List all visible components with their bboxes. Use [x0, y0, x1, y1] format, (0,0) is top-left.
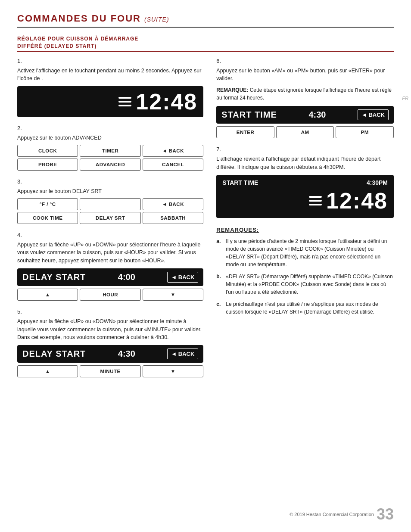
page-title-sub: (SUITE)	[144, 16, 169, 23]
fr-tag: FR	[399, 95, 411, 102]
delay-back-4: ◄ BACK	[167, 272, 198, 283]
empty-button	[80, 198, 140, 210]
step-7-clock: 12:48	[326, 188, 388, 214]
remark-c: c. Le préchauffage n'est pas utilisé / n…	[216, 300, 394, 316]
step-3: 3. Appuyez sur le bouton DELAY SRT °F / …	[17, 178, 203, 224]
remark-b-text: «DELAY SRT» (Démarrage Différé) supplant…	[226, 273, 394, 296]
step-7-num: 7.	[216, 146, 394, 152]
note-label: REMARQUE:	[216, 87, 248, 93]
cook-time-button[interactable]: COOK TIME	[17, 212, 78, 224]
left-column: 1. Activez l'affichage en le touchant pe…	[17, 58, 203, 386]
step-1-text: Activez l'affichage en le touchant penda…	[17, 67, 203, 83]
main-content: 1. Activez l'affichage en le touchant pe…	[17, 58, 394, 386]
advanced-button[interactable]: ADVANCED	[80, 159, 140, 171]
back-button-2[interactable]: ◄ BACK	[143, 198, 203, 210]
timer-button[interactable]: TIMER	[80, 145, 140, 157]
remark-b-letter: b.	[216, 273, 222, 296]
step-2-text: Appuyez sur le bouton ADVANCED	[17, 134, 203, 142]
remark-a-letter: a.	[216, 237, 222, 268]
delay-srt-button[interactable]: DELAY SRT	[80, 212, 140, 224]
start-time-value: 4:30PM	[367, 179, 388, 186]
delay-back-5: ◄ BACK	[167, 348, 198, 359]
remarks-section: REMARQUES: a. Il y a une période d'atten…	[216, 227, 394, 316]
hamburger-icon	[118, 97, 131, 106]
step-6-control-buttons: ENTER AM PM	[216, 126, 394, 138]
enter-button[interactable]: ENTER	[216, 126, 274, 138]
step-4-display: DELAY START 4:00 ◄ BACK	[17, 268, 203, 286]
start-time-6: 4:30	[308, 110, 326, 120]
step-4-num: 4.	[17, 232, 203, 238]
delay-time-4: 4:00	[118, 272, 135, 282]
delay-time-5: 4:30	[118, 349, 135, 359]
start-label-6: START TIME	[221, 110, 277, 120]
step-5-num: 5.	[17, 308, 203, 315]
step-2-num: 2.	[17, 125, 203, 131]
page-footer: © 2019 Hestan Commercial Corporation 33	[290, 505, 394, 523]
step-5-display: DELAY START 4:30 ◄ BACK	[17, 345, 203, 363]
sabbath-button[interactable]: SABBATH	[143, 212, 203, 224]
up-arrow-button-5[interactable]: ▲	[17, 365, 78, 377]
step-4: 4. Appuyez sur la flèche «UP» ou «DOWN» …	[17, 232, 203, 301]
page-title-main: COMMANDES DU FOUR	[17, 13, 141, 24]
delay-label-5: DELAY START	[22, 349, 86, 359]
step-6: 6. Appuyez sur le bouton «AM» ou «PM» bu…	[216, 58, 394, 139]
step-5-text: Appuyez sur la flèche «UP» ou «DOWN» pou…	[17, 317, 203, 342]
hamburger-icon-2	[309, 196, 322, 205]
am-button[interactable]: AM	[276, 126, 334, 138]
note: REMARQUE: Cette étape est ignorée lorsqu…	[216, 86, 394, 102]
step-6-num: 6.	[216, 58, 394, 64]
step-3-text: Appuyez sur le bouton DELAY SRT	[17, 187, 203, 196]
clock-button[interactable]: CLOCK	[17, 145, 78, 157]
up-arrow-button-4[interactable]: ▲	[17, 289, 78, 301]
page-number: 33	[377, 505, 394, 523]
step-5-control-buttons: ▲ MINUTE ▼	[17, 365, 203, 377]
start-time-label: START TIME	[222, 179, 258, 186]
remark-b: b. «DELAY SRT» (Démarrage Différé) suppl…	[216, 273, 394, 296]
step-6-display: START TIME 4:30 ◄ BACK	[216, 106, 394, 124]
step-3-num: 3.	[17, 178, 203, 185]
remark-a-text: Il y a une période d'attente de 2 minute…	[226, 237, 394, 268]
section-heading: RÉGLAGE POUR CUISSON À DÉMARRAGE DIFFÉRÉ…	[17, 35, 394, 52]
step-7-display: START TIME 4:30PM 12:48	[216, 175, 394, 218]
back-button-1[interactable]: ◄ BACK	[143, 145, 203, 157]
step-2: 2. Appuyez sur le bouton ADVANCED CLOCK …	[17, 125, 203, 171]
step-6-text: Appuyez sur le bouton «AM» ou «PM» butto…	[216, 67, 394, 83]
step-5: 5. Appuyez sur la flèche «UP» ou «DOWN» …	[17, 308, 203, 377]
step-4-control-buttons: ▲ HOUR ▼	[17, 289, 203, 301]
copyright: © 2019 Hestan Commercial Corporation	[290, 512, 374, 517]
step-1-display: 12:48	[17, 86, 203, 117]
hour-button[interactable]: HOUR	[80, 289, 140, 301]
step-2-buttons: CLOCK TIMER ◄ BACK PROBE ADVANCED CANCEL	[17, 145, 203, 171]
step-7-text: L'affichage revient à l'affichage par dé…	[216, 155, 394, 171]
start-back-6: ◄ BACK	[358, 109, 389, 120]
remark-a: a. Il y a une période d'attente de 2 min…	[216, 237, 394, 268]
minute-button[interactable]: MINUTE	[80, 365, 140, 377]
remark-c-letter: c.	[216, 300, 222, 316]
right-column: 6. Appuyez sur le bouton «AM» ou «PM» bu…	[216, 58, 394, 386]
step-1: 1. Activez l'affichage en le touchant pe…	[17, 58, 203, 118]
down-arrow-button-5[interactable]: ▼	[143, 365, 203, 377]
temp-unit-button[interactable]: °F / °C	[17, 198, 78, 210]
step-7-display-bottom: 12:48	[222, 188, 388, 214]
step-4-text: Appuyez sur la flèche «UP» ou «DOWN» pou…	[17, 241, 203, 265]
down-arrow-button-4[interactable]: ▼	[143, 289, 203, 301]
pm-button[interactable]: PM	[336, 126, 394, 138]
remark-c-text: Le préchauffage n'est pas utilisé / ne s…	[226, 300, 394, 316]
step-1-display-time: 12:48	[23, 90, 197, 113]
step-7-display-top: START TIME 4:30PM	[222, 179, 388, 186]
cancel-button[interactable]: CANCEL	[143, 159, 203, 171]
delay-label-4: DELAY START	[22, 272, 86, 282]
remarks-heading: REMARQUES:	[216, 227, 394, 233]
page-header: COMMANDES DU FOUR (SUITE)	[17, 13, 394, 28]
probe-button[interactable]: PROBE	[17, 159, 78, 171]
step-1-num: 1.	[17, 58, 203, 64]
step-3-buttons: °F / °C ◄ BACK COOK TIME DELAY SRT SABBA…	[17, 198, 203, 224]
step-7: 7. L'affichage revient à l'affichage par…	[216, 146, 394, 218]
